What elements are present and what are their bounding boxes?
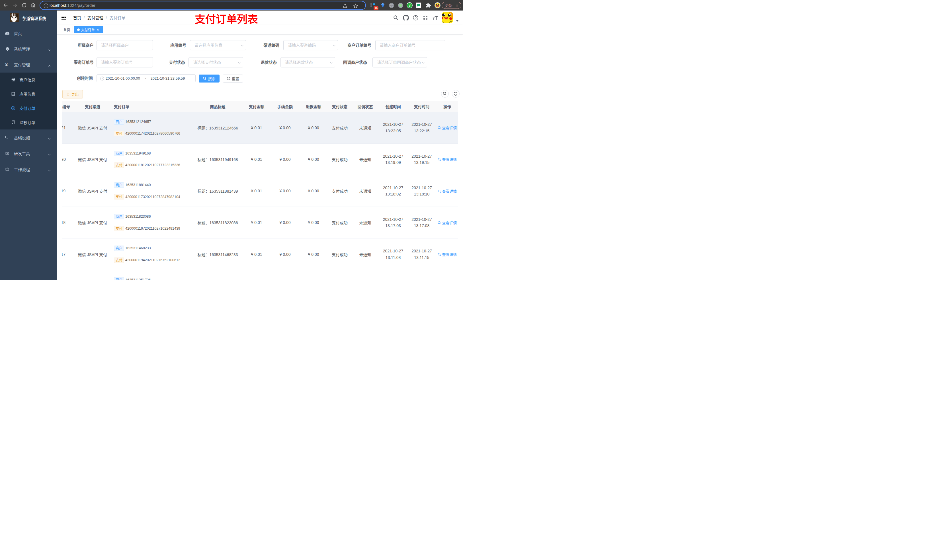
svg-text:⌘: ⌘ [390, 4, 393, 7]
svg-text:y: y [409, 3, 410, 8]
